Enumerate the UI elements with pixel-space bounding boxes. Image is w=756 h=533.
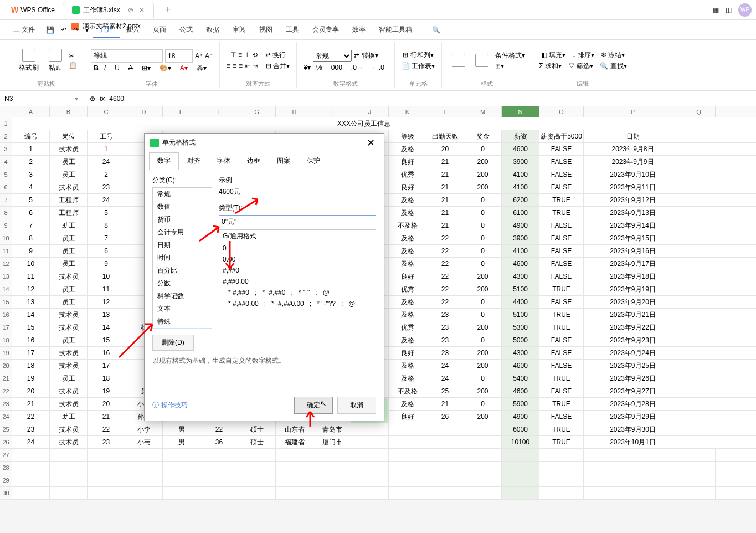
data-cell[interactable] [12, 474, 50, 486]
data-cell[interactable]: 23 [88, 181, 125, 193]
data-cell[interactable]: 助工 [50, 219, 88, 232]
cube-icon[interactable]: ◫ [726, 6, 732, 14]
data-cell[interactable]: 17 [88, 360, 125, 372]
data-cell[interactable]: 良好 [389, 156, 426, 168]
delete-button[interactable]: 删除(D) [152, 335, 194, 351]
data-cell[interactable]: 良好 [389, 270, 426, 283]
data-cell[interactable] [539, 449, 584, 461]
data-cell[interactable]: 4100 [502, 245, 539, 257]
data-cell[interactable]: 优秀 [389, 168, 426, 181]
menu-会员专享[interactable]: 会员专享 [306, 22, 346, 37]
cell-style-button[interactable] [472, 52, 492, 69]
ok-button[interactable]: 确定 [294, 397, 333, 414]
data-cell[interactable]: 2023年9月27日 [584, 385, 682, 397]
data-cell[interactable]: 员工 [50, 296, 88, 308]
copy-icon[interactable]: 📋 [69, 62, 77, 69]
indent-inc-icon[interactable]: ⇥ [253, 62, 258, 70]
data-cell[interactable] [464, 487, 502, 499]
data-cell[interactable] [88, 449, 125, 461]
data-cell[interactable]: 员工 [50, 168, 88, 181]
row-header[interactable]: 6 [0, 181, 12, 193]
data-cell[interactable]: 6200 [502, 194, 539, 206]
column-header[interactable]: O [539, 106, 584, 117]
sum-button[interactable]: Σ 求和▾ [539, 62, 562, 71]
data-cell[interactable]: 1 [88, 143, 125, 155]
data-cell[interactable]: 及格 [389, 309, 426, 321]
menu-效率[interactable]: 效率 [346, 22, 372, 37]
cancel-button[interactable]: 取消 [337, 397, 376, 414]
data-cell[interactable]: 12 [12, 283, 50, 295]
data-cell[interactable] [351, 449, 389, 461]
data-cell[interactable]: 7 [12, 219, 50, 232]
data-cell[interactable]: 硕士 [238, 436, 276, 448]
row-header[interactable]: 3 [0, 143, 12, 155]
data-cell[interactable]: TRUE [539, 423, 584, 435]
data-cell[interactable] [351, 487, 389, 499]
data-cell[interactable]: 21 [426, 194, 464, 206]
data-cell[interactable]: 员工 [50, 372, 88, 385]
data-cell[interactable]: 24 [88, 194, 125, 206]
data-cell[interactable]: 5 [12, 194, 50, 206]
data-cell[interactable]: 助工 [50, 411, 88, 423]
freeze-button[interactable]: ❄ 冻结▾ [601, 50, 625, 60]
data-cell[interactable]: 员工 [50, 258, 88, 270]
data-cell[interactable] [426, 449, 464, 461]
data-cell[interactable]: 21 [426, 398, 464, 410]
data-cell[interactable]: 10 [12, 258, 50, 270]
save-icon[interactable]: 💾 [44, 26, 56, 34]
data-cell[interactable]: 22 [426, 232, 464, 244]
data-cell[interactable]: 0 [464, 372, 502, 385]
data-cell[interactable]: 员工 [50, 156, 88, 168]
data-cell[interactable] [464, 449, 502, 461]
number-format-select[interactable]: 常规 [313, 50, 352, 62]
close-icon[interactable]: ✕ [363, 137, 378, 149]
data-cell[interactable]: TRUE [539, 436, 584, 448]
data-cell[interactable] [313, 474, 351, 486]
row-header[interactable]: 9 [0, 219, 12, 232]
data-cell[interactable]: FALSE [539, 347, 584, 359]
row-header[interactable]: 5 [0, 168, 12, 181]
header-cell[interactable]: 等级 [389, 130, 426, 142]
data-cell[interactable]: FALSE [539, 270, 584, 283]
row-header[interactable]: 12 [0, 258, 12, 270]
cut-icon[interactable]: ✂ [69, 52, 77, 60]
row-header[interactable]: 13 [0, 270, 12, 283]
cond-format-button[interactable]: 条件格式▾ [495, 51, 525, 60]
fx-icon[interactable]: ⊕ [90, 95, 95, 102]
data-cell[interactable] [50, 487, 88, 499]
data-cell[interactable] [682, 487, 716, 499]
data-cell[interactable]: FALSE [539, 156, 584, 168]
italic-button[interactable]: I [101, 64, 109, 72]
data-cell[interactable] [200, 474, 238, 486]
find-button[interactable]: 🔍 查找▾ [600, 62, 626, 71]
data-cell[interactable]: 200 [464, 347, 502, 359]
data-cell[interactable] [276, 462, 313, 474]
data-cell[interactable]: 22 [426, 296, 464, 308]
data-cell[interactable]: 2023年9月24日 [584, 347, 682, 359]
type-item[interactable]: _ * #,##0_ ;_ * -#,##0_ ;_ * "-"_ ;_ @_ [219, 287, 376, 298]
data-cell[interactable]: 5100 [502, 283, 539, 295]
data-cell[interactable]: 14 [12, 309, 50, 321]
data-cell[interactable]: 良好 [389, 347, 426, 359]
data-cell[interactable]: 技术员 [50, 385, 88, 397]
data-cell[interactable] [539, 474, 584, 486]
search-icon[interactable]: 🔍 [432, 26, 440, 34]
data-cell[interactable] [238, 474, 276, 486]
data-cell[interactable]: 6 [12, 207, 50, 219]
new-tab-button[interactable]: + [156, 2, 180, 18]
data-cell[interactable]: 21 [12, 398, 50, 410]
data-cell[interactable]: 23 [426, 309, 464, 321]
column-header[interactable]: K [389, 106, 426, 117]
data-cell[interactable] [313, 462, 351, 474]
data-cell[interactable]: FALSE [539, 411, 584, 423]
menu-公式[interactable]: 公式 [173, 22, 199, 37]
data-cell[interactable] [163, 462, 200, 474]
more-icon[interactable]: ▾ [83, 26, 91, 34]
data-cell[interactable]: 0 [464, 309, 502, 321]
data-cell[interactable]: 200 [464, 411, 502, 423]
strike-button[interactable]: A [125, 64, 136, 72]
data-cell[interactable]: FALSE [539, 385, 584, 397]
avatar[interactable]: WP [738, 3, 752, 17]
data-cell[interactable]: 及格 [389, 334, 426, 346]
data-cell[interactable]: FALSE [539, 232, 584, 244]
